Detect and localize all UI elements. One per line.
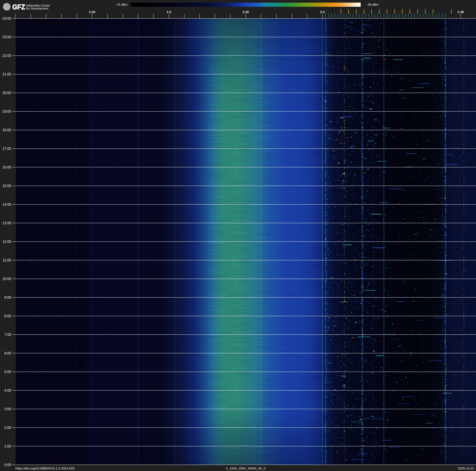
svg-text:17:00: 17:00 bbox=[2, 147, 11, 151]
svg-text:2.4: 2.4 bbox=[320, 10, 325, 14]
svg-text:-75 dBm: -75 dBm bbox=[116, 3, 127, 6]
svg-text:21:00: 21:00 bbox=[2, 72, 11, 76]
svg-text:14:00: 14:00 bbox=[2, 202, 11, 206]
svg-text:2:00: 2:00 bbox=[4, 426, 11, 430]
svg-text:24:00: 24:00 bbox=[2, 17, 11, 20]
svg-text:2.25: 2.25 bbox=[89, 10, 95, 14]
svg-text:11:00: 11:00 bbox=[3, 258, 11, 262]
svg-text:5:00: 5:00 bbox=[4, 370, 11, 374]
svg-text:19:00: 19:00 bbox=[2, 109, 11, 113]
svg-text:1:00: 1:00 bbox=[4, 444, 11, 448]
svg-text:-55 dBm: -55 dBm bbox=[367, 3, 379, 6]
svg-text:7:00: 7:00 bbox=[4, 333, 11, 337]
svg-text:18:00: 18:00 bbox=[2, 128, 11, 132]
svg-text:12:00: 12:00 bbox=[2, 240, 11, 244]
svg-text:22:00: 22:00 bbox=[2, 54, 11, 58]
svg-text:9:00: 9:00 bbox=[4, 295, 11, 299]
svg-text:https://doi.org/10.5880/GFZ.1.: https://doi.org/10.5880/GFZ.1.2.2024.003 bbox=[15, 467, 74, 470]
svg-text:2.3: 2.3 bbox=[167, 10, 171, 14]
svg-text:15:00: 15:00 bbox=[2, 184, 11, 188]
svg-text:2025-12-21: 2025-12-21 bbox=[458, 467, 474, 470]
svg-text:GFZ: GFZ bbox=[12, 3, 25, 11]
svg-text:3:00: 3:00 bbox=[4, 407, 11, 411]
svg-text:10:00: 10:00 bbox=[2, 277, 11, 281]
svg-text:for Geosciences: for Geosciences bbox=[26, 7, 48, 10]
svg-text:0:00: 0:00 bbox=[4, 463, 11, 467]
svg-text:6:00: 6:00 bbox=[4, 351, 11, 355]
svg-text:2.49: 2.49 bbox=[458, 10, 464, 14]
svg-text:8:00: 8:00 bbox=[4, 314, 11, 318]
svg-text:13:00: 13:00 bbox=[2, 221, 11, 225]
svg-text:4:00: 4:00 bbox=[4, 388, 11, 392]
svg-text:2_2200_2500_10000_40_0: 2_2200_2500_10000_40_0 bbox=[226, 467, 266, 470]
svg-text:16:00: 16:00 bbox=[2, 165, 11, 169]
svg-text:2.35: 2.35 bbox=[243, 10, 249, 14]
svg-text:20:00: 20:00 bbox=[2, 91, 11, 95]
svg-text:23:00: 23:00 bbox=[2, 35, 11, 39]
